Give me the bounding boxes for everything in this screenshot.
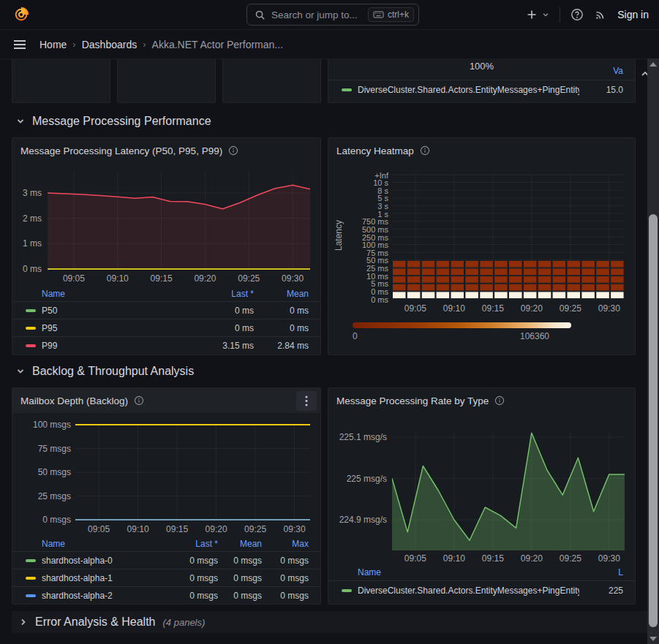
series-color-swatch — [26, 577, 36, 580]
series-name[interactable]: P50 — [42, 306, 188, 316]
series-color-swatch — [26, 327, 36, 330]
x-tick-label: 09:25 — [233, 273, 265, 284]
series-color-swatch — [342, 589, 352, 592]
x-tick-label: 09:10 — [438, 303, 470, 314]
panel-legend: DiverseCluster.Shared.Actors.EntityMessa… — [328, 80, 635, 99]
partial-panel-actor-count: 100% Va DiverseCluster.Shared.Actors.Ent… — [328, 58, 636, 103]
legend-value: 0 msgs — [218, 591, 262, 601]
color-scale-bar — [353, 322, 571, 328]
panel-header[interactable]: Mailbox Depth (Backlog) — [12, 388, 320, 413]
x-tick-label: 09:05 — [399, 303, 432, 314]
series-name[interactable]: shardhost-alpha-1 — [42, 573, 156, 583]
breadcrumb-item[interactable]: Dashboards — [82, 39, 138, 50]
dashboard-toolbar: Home›Dashboards›Akka.NET Actor Performan… — [0, 30, 659, 59]
panel-legend: NameLast *MeanP500 ms0 msP950 ms0 msP993… — [12, 287, 320, 354]
partial-panel-2[interactable] — [117, 58, 216, 103]
legend-value: 0 msgs — [218, 556, 262, 566]
x-tick-label: 09:15 — [477, 553, 509, 564]
x-tick-label: 09:25 — [554, 303, 587, 314]
new-menu-button[interactable] — [526, 9, 549, 20]
scrollbar-track[interactable] — [647, 58, 659, 644]
gauge-max-label: 100% — [328, 61, 635, 72]
info-icon[interactable] — [420, 145, 430, 156]
series-color-swatch — [26, 309, 36, 312]
partial-panel-3[interactable] — [222, 58, 321, 103]
series-color-swatch — [342, 88, 352, 91]
grafana-logo-icon[interactable] — [12, 6, 30, 23]
partial-panel-1[interactable] — [12, 58, 110, 103]
panel-kebab-menu[interactable] — [296, 391, 317, 411]
legend-row[interactable]: P950 ms0 ms — [12, 319, 320, 336]
y-tick-label: 0 ms — [336, 295, 388, 304]
scrollbar-up-arrow[interactable] — [649, 62, 657, 67]
series-name[interactable]: DiverseCluster.Shared.Actors.EntityMessa… — [358, 85, 579, 95]
legend-row[interactable]: P500 ms0 ms — [12, 301, 320, 319]
legend-row[interactable]: shardhost-alpha-10 msgs0 msgs0 msgs — [12, 569, 320, 586]
legend-row[interactable]: DiverseCluster.Shared.Actors.EntityMessa… — [328, 80, 635, 99]
y-tick-label: 1 ms — [12, 238, 42, 249]
heatmap-chart[interactable] — [392, 169, 625, 302]
series-name[interactable]: P95 — [42, 323, 188, 333]
x-tick-label: 09:30 — [276, 273, 309, 284]
help-icon[interactable] — [570, 8, 584, 21]
legend-row[interactable]: P993.15 ms2.84 ms — [12, 336, 320, 354]
menu-toggle-icon[interactable] — [13, 39, 26, 50]
legend-value: 225 — [579, 586, 623, 596]
search-input[interactable]: Search or jump to... ctrl+k — [246, 4, 419, 26]
scrollbar-down-arrow[interactable] — [649, 637, 657, 641]
panel-mailbox-depth: Mailbox Depth (Backlog) 0 msgs25 msgs50 … — [12, 387, 321, 605]
series-name[interactable]: shardhost-alpha-2 — [42, 591, 156, 601]
y-tick-label: 225.1 msg/s — [331, 432, 387, 442]
info-icon[interactable] — [494, 395, 505, 406]
legend-header[interactable]: Name — [42, 539, 156, 549]
panel-header[interactable]: Message Processing Latency (P50, P95, P9… — [12, 138, 320, 163]
legend-header[interactable]: Name — [42, 289, 188, 299]
x-tick-label: 09:25 — [554, 553, 587, 564]
panel-header[interactable]: Latency Heatmap — [328, 138, 635, 163]
legend-row[interactable]: DiverseCluster.Shared.Actors.EntityMessa… — [328, 580, 635, 599]
info-icon[interactable] — [228, 145, 238, 156]
x-tick-label: 09:05 — [399, 553, 432, 564]
legend-row[interactable]: shardhost-alpha-20 msgs0 msgs0 msgs — [12, 586, 320, 604]
breadcrumb-separator: › — [143, 39, 146, 50]
x-tick-label: 09:20 — [200, 524, 233, 534]
y-tick-label: 50 msgs — [20, 467, 71, 477]
y-tick-label: 100 msgs — [20, 420, 71, 430]
legend-header[interactable]: Last * — [156, 539, 218, 549]
legend-row[interactable]: shardhost-alpha-00 msgs0 msgs0 msgs — [12, 551, 320, 569]
x-tick-label: 09:20 — [516, 553, 548, 564]
series-name[interactable]: shardhost-alpha-0 — [42, 556, 156, 566]
legend-header[interactable]: Name — [358, 567, 579, 577]
legend-header[interactable]: L — [579, 567, 623, 577]
legend-header[interactable]: Last * — [188, 289, 254, 299]
legend-header[interactable]: Max — [262, 539, 309, 549]
latency-chart[interactable] — [12, 167, 321, 277]
search-placeholder: Search or jump to... — [271, 10, 362, 20]
info-icon[interactable] — [134, 395, 144, 406]
chevron-down-icon — [16, 367, 25, 376]
legend-header[interactable]: Mean — [218, 539, 262, 549]
legend-value: 0 msgs — [262, 591, 309, 601]
series-name[interactable]: DiverseCluster.Shared.Actors.EntityMessa… — [358, 586, 579, 596]
breadcrumb-item[interactable]: Home — [39, 39, 67, 50]
x-tick-label: 09:05 — [58, 273, 90, 284]
panel-message-processing-latency: Message Processing Latency (P50, P95, P9… — [12, 137, 321, 355]
legend-value: 0 msgs — [156, 591, 218, 601]
series-name[interactable]: P99 — [42, 341, 188, 351]
panel-latency-heatmap: Latency Heatmap Latency +Inf10 s8 s5 s3 … — [328, 137, 636, 355]
panel-header[interactable]: Message Processing Rate by Type — [328, 388, 635, 413]
legend-value: 0 ms — [188, 306, 254, 316]
mailbox-chart[interactable] — [75, 419, 310, 526]
rate-chart[interactable] — [392, 425, 625, 553]
section-row-backlog-throughput[interactable]: Backlog & Throughput Analysis — [16, 363, 194, 380]
news-rss-icon[interactable] — [594, 8, 607, 21]
sign-in-button[interactable]: Sign in — [617, 9, 649, 20]
scrollbar-thumb[interactable] — [649, 214, 658, 627]
legend-header[interactable]: Mean — [254, 289, 309, 299]
x-tick-label: 09:30 — [593, 553, 625, 564]
x-tick-label: 09:30 — [593, 303, 625, 314]
legend-value: 15.0 — [579, 85, 623, 95]
section-row-error-analysis[interactable]: Error Analysis & Health (4 panels) — [12, 611, 647, 633]
section-row-message-processing[interactable]: Message Processing Performance — [16, 113, 211, 130]
nav-divider — [560, 7, 560, 23]
